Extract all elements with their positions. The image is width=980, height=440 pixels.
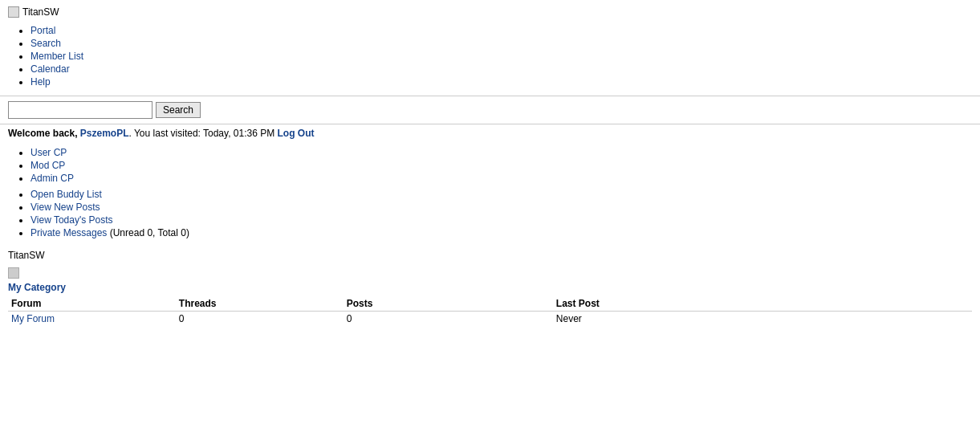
th-threads: Threads	[176, 296, 344, 312]
forum-table: Forum Threads Posts Last Post My Forum00…	[8, 296, 972, 326]
nav-item-member-list[interactable]: Member List	[30, 51, 83, 62]
logo[interactable]: TitanSW	[8, 6, 59, 18]
nav-item-help[interactable]: Help	[30, 76, 51, 88]
cp-links-list: User CPMod CPAdmin CP	[8, 147, 972, 184]
username-link[interactable]: PszemoPL	[80, 128, 129, 139]
nav-item-portal[interactable]: Portal	[30, 25, 55, 36]
category-icon	[8, 267, 19, 279]
welcome-suffix: . You last visited: Today, 01:36 PM	[129, 128, 275, 139]
forum-table-body: My Forum00Never	[8, 312, 972, 327]
cp-link-mod-cp[interactable]: Mod CP	[30, 160, 65, 171]
cell-threads: 0	[176, 312, 344, 327]
nav-item-search[interactable]: Search	[30, 38, 61, 49]
cell-forum: My Forum	[8, 312, 176, 327]
user-links-section: User CPMod CPAdmin CP Open Buddy ListVie…	[0, 142, 980, 243]
cell-posts: 0	[344, 312, 553, 327]
logout-link[interactable]: Log Out	[278, 128, 315, 139]
cp-link-user-cp[interactable]: User CP	[30, 147, 67, 158]
logo-icon	[8, 6, 19, 18]
action-link-open-buddy-list[interactable]: Open Buddy List	[30, 189, 102, 200]
th-lastpost: Last Post	[553, 296, 972, 312]
action-link-view-today's-posts[interactable]: View Today's Posts	[30, 214, 113, 226]
search-bar: Search	[0, 96, 980, 124]
action-link-view-new-posts[interactable]: View New Posts	[30, 202, 100, 213]
welcome-bar: Welcome back, PszemoPL. You last visited…	[0, 124, 980, 142]
header: TitanSW PortalSearchMember ListCalendarH…	[0, 0, 980, 96]
th-forum: Forum	[8, 296, 176, 312]
welcome-prefix: Welcome back,	[8, 128, 80, 139]
pm-suffix: (Unread 0, Total 0)	[107, 227, 189, 238]
action-links-list: Open Buddy ListView New PostsView Today'…	[8, 189, 972, 238]
logo-text: TitanSW	[22, 6, 59, 18]
search-input[interactable]	[8, 101, 152, 119]
cell-lastpost: Never	[553, 312, 972, 327]
forum-link[interactable]: My Forum	[11, 313, 55, 324]
cp-link-admin-cp[interactable]: Admin CP	[30, 173, 74, 184]
table-row: My Forum00Never	[8, 312, 972, 327]
forum-site-title: TitanSW	[0, 243, 980, 264]
th-posts: Posts	[344, 296, 553, 312]
category-link[interactable]: My Category	[8, 282, 972, 293]
nav-list: PortalSearchMember ListCalendarHelp	[8, 25, 972, 88]
action-link-private-messages[interactable]: Private Messages	[30, 227, 107, 238]
nav-item-calendar[interactable]: Calendar	[30, 63, 70, 75]
search-button[interactable]: Search	[156, 102, 201, 118]
forum-section: My Category Forum Threads Posts Last Pos…	[0, 264, 980, 329]
